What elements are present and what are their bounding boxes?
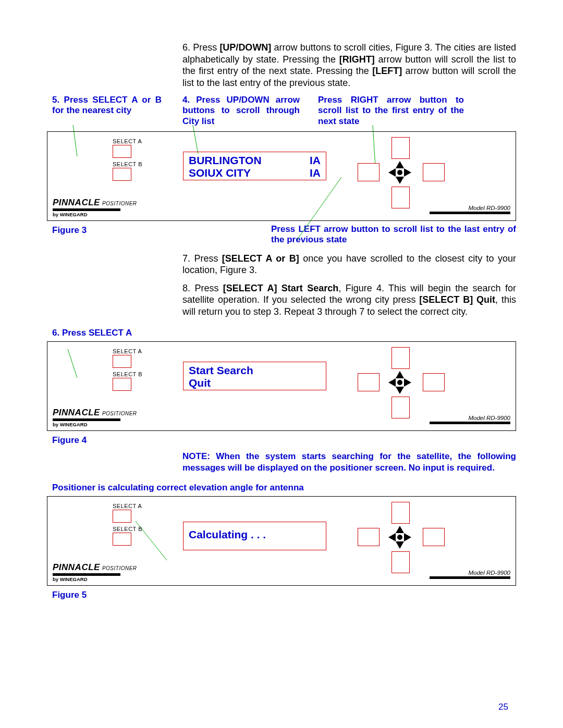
select-a-label: SELECT A	[113, 503, 142, 509]
lcd-city-2: SOIUX CITY	[189, 167, 310, 179]
model-label: Model RD-9900	[468, 570, 510, 576]
bold: [SELECT A] Start Search	[223, 283, 338, 293]
by-winegard: by WINEGARD	[53, 422, 137, 427]
dpad-down-button[interactable]	[391, 397, 410, 418]
dpad-down-button[interactable]	[391, 187, 410, 208]
positioner-word: POSITIONER	[102, 411, 137, 416]
step-num: 8.	[182, 283, 190, 293]
document-page: 6. Press [UP/DOWN] arrow buttons to scro…	[0, 0, 563, 728]
lcd-display: Start Search Quit	[183, 362, 326, 390]
note-block: NOTE: When the system starts searching f…	[182, 451, 516, 473]
branding: PINNACLEPOSITIONER by WINEGARD	[53, 408, 137, 427]
positioner-fig5: SELECT A SELECT B Calculating . . . PINN…	[47, 496, 516, 586]
svg-marker-18	[388, 533, 396, 541]
pinnacle-logo: PINNACLE	[53, 408, 100, 417]
select-b-label: SELECT B	[113, 526, 142, 532]
svg-point-20	[397, 535, 402, 540]
page-number: 25	[498, 702, 508, 712]
svg-marker-17	[396, 541, 404, 549]
select-buttons: SELECT A SELECT B	[113, 503, 142, 549]
svg-marker-5	[396, 177, 404, 184]
lcd-city-1: BURLINGTON	[189, 154, 310, 167]
calc-caption: Positioner is calculating correct elevat…	[52, 483, 516, 493]
callout-left: Press LEFT arrow button to scroll list t…	[271, 224, 516, 245]
dpad-up-button[interactable]	[391, 347, 410, 369]
select-b-label: SELECT B	[113, 371, 142, 377]
select-b-button[interactable]	[113, 533, 131, 546]
dpad-left-button[interactable]	[358, 163, 380, 181]
bold: [SELECT B] Quit	[419, 294, 495, 305]
dpad-center-icon	[386, 369, 413, 396]
lcd-row-1: Start Search	[189, 364, 321, 377]
branding: PINNACLEPOSITIONER by WINEGARD	[53, 198, 137, 217]
lcd-row-1: Calculating . . .	[189, 528, 321, 541]
bold: [LEFT]	[372, 66, 402, 76]
dpad-left-button[interactable]	[358, 373, 380, 391]
dpad-left-button[interactable]	[358, 528, 380, 546]
instruction-step-6: 6. Press [UP/DOWN] arrow buttons to scro…	[182, 42, 516, 89]
svg-point-8	[397, 170, 402, 175]
dpad-down-button[interactable]	[391, 551, 410, 573]
pinnacle-logo: PINNACLE	[53, 198, 100, 207]
select-a-button[interactable]	[113, 355, 131, 368]
figure-5-label: Figure 5	[52, 590, 516, 600]
branding: PINNACLEPOSITIONER by WINEGARD	[53, 562, 137, 582]
dpad-center-icon	[386, 159, 413, 186]
svg-marker-4	[396, 161, 404, 168]
text: Press	[194, 253, 222, 264]
callout-right: Press RIGHT arrow button to scroll list …	[318, 95, 464, 127]
select-b-button[interactable]	[113, 168, 131, 181]
positioner-fig3: SELECT A SELECT B BURLINGTONIA SOIUX CIT…	[47, 131, 516, 221]
svg-marker-10	[396, 371, 404, 378]
select-buttons: SELECT A SELECT B	[113, 348, 142, 394]
callout-row-fig3: 5. Press SELECT A or B for the nearest c…	[47, 95, 516, 131]
callout-4: 4. Press UP/DOWN arrow buttons to scroll…	[182, 95, 300, 127]
svg-point-14	[397, 380, 402, 385]
select-a-button[interactable]	[113, 510, 131, 523]
lcd-display: BURLINGTONIA SOIUX CITYIA	[183, 152, 326, 180]
bold: [SELECT A or B]	[222, 253, 299, 264]
instruction-step-7: 7. Press [SELECT A or B] once you have s…	[182, 253, 516, 276]
by-winegard: by WINEGARD	[53, 212, 137, 217]
svg-marker-11	[396, 387, 404, 394]
dpad-right-button[interactable]	[423, 163, 445, 181]
step-num: 6.	[182, 42, 190, 53]
instruction-step-8: 8. Press [SELECT A] Start Search, Figure…	[182, 282, 516, 318]
svg-marker-16	[396, 526, 404, 533]
model-label: Model RD-9900	[468, 205, 510, 211]
step-num: 7.	[182, 253, 190, 264]
select-a-label: SELECT A	[113, 348, 142, 354]
dpad-up-button[interactable]	[391, 137, 410, 159]
svg-marker-7	[404, 168, 411, 177]
positioner-word: POSITIONER	[102, 201, 137, 206]
dpad-up-button[interactable]	[391, 502, 410, 524]
callout-5: 5. Press SELECT A or B for the nearest c…	[52, 95, 162, 116]
lcd-state-2: IA	[310, 167, 321, 179]
dpad-right-button[interactable]	[423, 373, 445, 391]
figure-4-label: Figure 4	[52, 435, 516, 446]
text: Press	[194, 283, 223, 293]
svg-marker-13	[404, 378, 411, 387]
select-b-button[interactable]	[113, 378, 131, 391]
lcd-state-1: IA	[310, 154, 321, 167]
lcd-row-2: Quit	[189, 377, 321, 389]
select-b-label: SELECT B	[113, 161, 142, 167]
callout-6: 6. Press SELECT A	[52, 328, 516, 338]
bold: [RIGHT]	[339, 54, 375, 65]
dpad-center-icon	[386, 524, 413, 551]
positioner-word: POSITIONER	[102, 565, 137, 571]
select-a-label: SELECT A	[113, 138, 142, 144]
svg-marker-12	[388, 378, 396, 387]
model-label: Model RD-9900	[468, 415, 510, 421]
lcd-display: Calculating . . .	[183, 522, 326, 550]
select-buttons: SELECT A SELECT B	[113, 138, 142, 184]
by-winegard: by WINEGARD	[53, 576, 137, 582]
svg-marker-19	[404, 533, 411, 541]
bold: [UP/DOWN]	[219, 42, 271, 53]
dpad-right-button[interactable]	[423, 528, 445, 546]
svg-marker-6	[388, 168, 396, 177]
pinnacle-logo: PINNACLE	[53, 562, 100, 572]
positioner-fig4: SELECT A SELECT B Start Search Quit PINN…	[47, 341, 516, 431]
text: Press	[193, 42, 219, 53]
select-a-button[interactable]	[113, 145, 131, 158]
